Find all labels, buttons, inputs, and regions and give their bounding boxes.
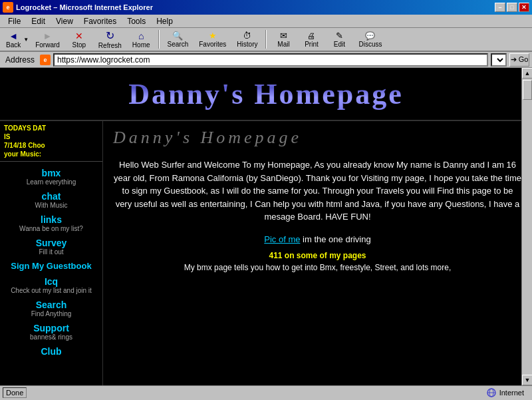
mail-button[interactable]: Mail xyxy=(270,29,297,50)
scroll-down-button[interactable]: ▼ xyxy=(522,375,532,385)
sidebar-sub-survey: Fill it out xyxy=(36,248,67,256)
page-subtitle: Danny's Homepage xyxy=(103,121,532,152)
sidebar-item-support[interactable]: Support bannes& rings xyxy=(30,323,72,341)
sidebar-nav: bmx Learn everything chat With Music lin… xyxy=(0,162,102,363)
back-icon xyxy=(9,31,18,41)
stop-button[interactable]: Stop xyxy=(66,29,92,50)
ad-line2: IS xyxy=(4,132,98,141)
scroll-up-button[interactable]: ▲ xyxy=(522,68,532,79)
menu-bar: File Edit View Favorites Tools Help xyxy=(0,15,532,28)
toolbar-separator-1 xyxy=(158,30,160,49)
stop-label: Stop xyxy=(72,41,86,49)
edit-icon xyxy=(336,31,343,41)
internet-zone-icon xyxy=(486,387,497,398)
toolbar: Back ▼ Forward Stop Refresh Home Sea xyxy=(0,28,532,52)
welcome-body: Hello Web Surfer and Welcome To my Homep… xyxy=(114,160,521,222)
sidebar-item-icq[interactable]: Icq Check out my list and join it xyxy=(11,276,92,294)
history-icon xyxy=(243,31,251,41)
sidebar-item-search[interactable]: Search Find Anything xyxy=(31,300,72,317)
address-input[interactable]: https://www.logrocket.com xyxy=(53,53,488,67)
browser-content: Danny's Homepage TODAYS DAT IS 7/14/18 C… xyxy=(0,68,532,385)
window-controls: – □ ✕ xyxy=(495,3,529,12)
page-wrapper: Danny's Homepage TODAYS DAT IS 7/14/18 C… xyxy=(0,68,532,385)
history-label: History xyxy=(237,41,257,48)
sidebar-item-bmx[interactable]: bmx Learn everything xyxy=(27,168,76,186)
window-title: Logrocket – Microsoft Internet Explorer xyxy=(16,3,153,11)
main-content: Danny's Homepage Hello Web Surfer and We… xyxy=(103,121,532,385)
sidebar-sub-chat: With Music xyxy=(35,202,68,209)
go-button[interactable]: ➔ Go xyxy=(509,53,529,67)
home-button[interactable]: Home xyxy=(128,29,155,50)
pic-suffix: im the one driving xyxy=(300,234,370,244)
titlebar-left: e Logrocket – Microsoft Internet Explore… xyxy=(3,2,153,13)
sidebar-item-survey[interactable]: Survey Fill it out xyxy=(36,238,67,256)
pic-link[interactable]: Pic of me xyxy=(264,234,300,244)
address-url: https://www.logrocket.com xyxy=(57,55,150,65)
mail-icon xyxy=(280,31,287,41)
sidebar-item-chat[interactable]: chat With Music xyxy=(35,191,68,209)
sidebar-link-club[interactable]: Club xyxy=(41,346,61,357)
sidebar-link-guestbook[interactable]: Sign My Guestbook xyxy=(11,261,91,271)
address-label: Address xyxy=(3,55,37,65)
mail-label: Mail xyxy=(277,41,289,48)
refresh-label: Refresh xyxy=(98,42,122,49)
sidebar-link-support[interactable]: Support xyxy=(30,323,72,333)
sidebar-link-links[interactable]: links xyxy=(19,214,83,225)
favorites-button[interactable]: Favorites xyxy=(194,29,231,50)
yellow-text-line: 411 on some of my pages xyxy=(103,248,532,263)
discuss-button[interactable]: Discuss xyxy=(354,29,386,50)
banner-title: Danny's Homepage xyxy=(128,77,403,111)
maximize-button[interactable]: □ xyxy=(507,3,517,12)
menu-view[interactable]: View xyxy=(51,15,78,27)
menu-tools[interactable]: Tools xyxy=(122,15,151,27)
address-dropdown[interactable] xyxy=(491,53,507,67)
address-bar: Address e https://www.logrocket.com ➔ Go xyxy=(0,52,532,68)
home-icon xyxy=(138,31,144,41)
print-icon xyxy=(307,31,315,41)
sidebar-link-icq[interactable]: Icq xyxy=(11,276,92,287)
sidebar-link-bmx[interactable]: bmx xyxy=(27,168,76,178)
sidebar-link-survey[interactable]: Survey xyxy=(36,238,67,248)
forward-button[interactable]: Forward xyxy=(31,29,65,50)
scrollbar-thumb[interactable] xyxy=(523,80,532,100)
search-button[interactable]: Search xyxy=(163,29,194,50)
edit-label: Edit xyxy=(334,41,345,48)
search-icon xyxy=(172,31,183,41)
highlight-text: 411 on some of my pages xyxy=(269,251,366,260)
edit-button[interactable]: Edit xyxy=(326,29,352,50)
search-label: Search xyxy=(168,41,189,48)
back-label: Back xyxy=(6,41,21,49)
main-layout: TODAYS DAT IS 7/14/18 Choo your Music: b… xyxy=(0,121,532,385)
toolbar-separator-2 xyxy=(265,30,267,49)
sidebar-sub-bmx: Learn everything xyxy=(27,178,76,186)
scrollbar-track[interactable] xyxy=(522,79,532,375)
menu-help[interactable]: Help xyxy=(151,15,178,27)
close-button[interactable]: ✕ xyxy=(519,3,529,12)
left-sidebar: TODAYS DAT IS 7/14/18 Choo your Music: b… xyxy=(0,121,103,385)
back-dropdown-arrow[interactable]: ▼ xyxy=(23,37,29,43)
sidebar-item-club[interactable]: Club xyxy=(41,346,61,357)
titlebar: e Logrocket – Microsoft Internet Explore… xyxy=(0,0,532,15)
ad-line1: TODAYS DAT xyxy=(4,124,98,132)
subtitle-text: Danny's Homepage xyxy=(113,128,302,147)
sidebar-item-links[interactable]: links Wanna be on my list? xyxy=(19,214,83,232)
sidebar-link-search[interactable]: Search xyxy=(31,300,72,310)
print-button[interactable]: Print xyxy=(298,29,325,50)
menu-favorites[interactable]: Favorites xyxy=(78,15,122,27)
print-label: Print xyxy=(305,41,319,48)
history-button[interactable]: History xyxy=(232,29,262,50)
sidebar-link-chat[interactable]: chat xyxy=(35,191,68,202)
bottom-text: My bmx page tells you how to get into Bm… xyxy=(184,263,452,272)
menu-edit[interactable]: Edit xyxy=(26,15,51,27)
menu-file[interactable]: File xyxy=(3,15,26,27)
minimize-button[interactable]: – xyxy=(495,3,505,12)
back-button[interactable]: Back ▼ xyxy=(3,29,29,50)
ad-line3: 7/14/18 Choo xyxy=(4,141,98,150)
status-right: Internet xyxy=(486,387,529,398)
sidebar-item-guestbook[interactable]: Sign My Guestbook xyxy=(11,261,91,271)
window-icon: e xyxy=(3,2,13,13)
welcome-text: Hello Web Surfer and Welcome To my Homep… xyxy=(103,152,532,230)
status-left: Done xyxy=(3,387,27,398)
stop-icon xyxy=(75,31,83,41)
refresh-button[interactable]: Refresh xyxy=(94,29,126,50)
